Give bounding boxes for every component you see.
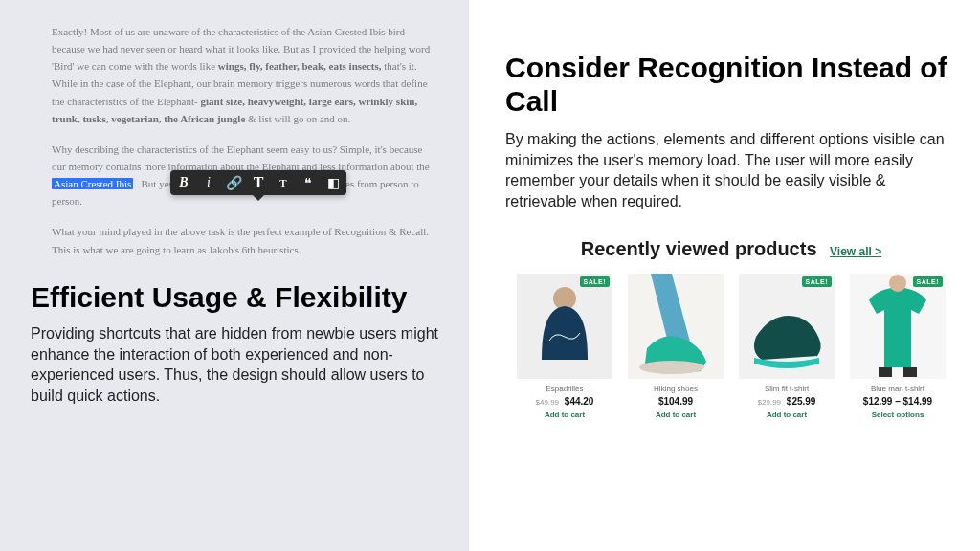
add-to-cart-button[interactable]: Add to cart: [517, 410, 612, 419]
bold-icon[interactable]: B: [176, 174, 191, 191]
svg-rect-7: [879, 367, 892, 377]
products-title-text: Recently viewed products: [581, 238, 817, 259]
sale-badge: SALE!: [913, 276, 944, 287]
product-price: $12.99 – $14.99: [850, 396, 946, 407]
right-body: By making the actions, elements and diff…: [505, 129, 957, 211]
select-options-button[interactable]: Select options: [850, 410, 946, 419]
product-thumb: SALE!: [850, 274, 946, 379]
product-card[interactable]: SALE! Slim fit t-shirt $29.99 $25.99 Add…: [739, 274, 835, 419]
article-paragraph-1: Exactly! Most of us are unaware of the c…: [52, 23, 436, 127]
product-price: $29.99 $25.99: [739, 396, 835, 407]
product-thumb: SALE!: [739, 274, 835, 379]
view-all-link[interactable]: View all >: [830, 245, 881, 258]
right-column: Consider Recognition Instead of Call By …: [469, 0, 980, 551]
article-p1-b: wings, fly, feather, beak, eats insects,: [218, 60, 382, 72]
product-old-price: $29.99: [758, 398, 781, 407]
italic-icon[interactable]: i: [201, 174, 216, 191]
product-name: Hiking shoes: [628, 385, 724, 393]
svg-point-3: [639, 361, 704, 374]
product-current-price: $44.20: [565, 396, 594, 407]
sale-badge: SALE!: [802, 276, 833, 287]
article-p1-e: & list will go on and on.: [248, 113, 350, 124]
products-title: Recently viewed products View all >: [505, 238, 957, 260]
text-selection-toolbar[interactable]: B i 🔗 T T ❝ ◧: [170, 170, 346, 195]
article-p2-highlight: Asian Crested Ibis: [52, 178, 133, 189]
left-column: Exactly! Most of us are unaware of the c…: [0, 0, 469, 551]
left-body: Providing shortcuts that are hidden from…: [31, 323, 438, 406]
product-card[interactable]: SALE! Espadrilles $49.99 $44.20 Add t: [517, 274, 612, 419]
quote-icon[interactable]: ❝: [301, 174, 316, 191]
link-icon[interactable]: 🔗: [226, 174, 241, 191]
product-current-price: $25.99: [787, 396, 816, 407]
article-paragraph-3: What your mind played in the above task …: [52, 223, 436, 257]
sale-badge: SALE!: [580, 276, 611, 287]
product-current-price: $104.99: [658, 396, 693, 407]
product-thumb: SALE!: [517, 274, 612, 379]
article-excerpt: Exactly! Most of us are unaware of the c…: [52, 23, 436, 258]
svg-rect-8: [903, 367, 917, 377]
svg-point-6: [889, 275, 906, 292]
product-price: $49.99 $44.20: [517, 396, 612, 407]
product-name: Slim fit t-shirt: [739, 385, 835, 393]
heading-small-icon[interactable]: T: [276, 174, 291, 191]
add-to-cart-button[interactable]: Add to cart: [739, 410, 835, 419]
product-card[interactable]: Hiking shoes $104.99 Add to cart: [628, 274, 724, 419]
right-heading: Consider Recognition Instead of Call: [505, 52, 957, 118]
more-icon[interactable]: ◧: [325, 174, 341, 191]
product-old-price: $49.99: [536, 398, 559, 407]
article-p2-a: Why describing the characteristics of th…: [52, 143, 430, 172]
products-grid: SALE! Espadrilles $49.99 $44.20 Add t: [505, 274, 957, 419]
add-to-cart-button[interactable]: Add to cart: [628, 410, 724, 419]
product-name: Espadrilles: [517, 385, 612, 393]
product-thumb: [628, 274, 724, 379]
heading-large-icon[interactable]: T: [251, 174, 266, 191]
product-name: Blue man t-shirt: [850, 385, 946, 393]
product-current-price: $12.99 – $14.99: [863, 396, 932, 407]
product-card[interactable]: SALE! Blue man t-shirt $12.99 – $14.99: [850, 274, 946, 419]
left-heading: Efficient Usage & Flexibility: [31, 281, 438, 315]
recently-viewed-products: Recently viewed products View all > SALE…: [505, 238, 957, 419]
product-price: $104.99: [628, 396, 724, 407]
